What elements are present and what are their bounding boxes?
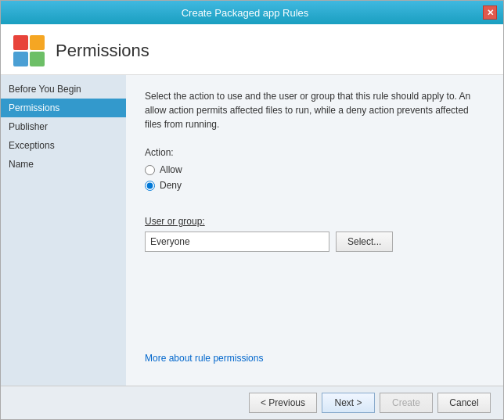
radio-deny-option[interactable]: Deny [145, 180, 484, 191]
window-title: Create Packaged app Rules [7, 7, 483, 19]
sidebar: Before You Begin Permissions Publisher E… [1, 75, 126, 386]
icon-cell-1 [13, 35, 28, 50]
user-group-input[interactable] [145, 232, 329, 252]
title-bar: Create Packaged app Rules ✕ [1, 1, 503, 24]
main-window: Create Packaged app Rules ✕ Permissions … [0, 0, 504, 420]
create-button[interactable]: Create [380, 393, 433, 413]
action-label: Action: [145, 147, 484, 158]
user-group-label: User or group: [145, 216, 484, 227]
icon-cell-3 [13, 52, 28, 66]
icon-cell-4 [30, 52, 45, 66]
permissions-link[interactable]: More about rule permissions [145, 353, 484, 364]
radio-deny-label[interactable]: Deny [160, 180, 182, 191]
radio-allow[interactable] [145, 165, 155, 175]
next-button[interactable]: Next > [322, 393, 375, 413]
page-title: Permissions [56, 41, 149, 61]
sidebar-item-before-you-begin[interactable]: Before You Begin [1, 80, 126, 99]
sidebar-item-exceptions[interactable]: Exceptions [1, 136, 126, 155]
select-button[interactable]: Select... [336, 232, 393, 252]
user-group-section: User or group: Select... [145, 216, 484, 252]
radio-allow-option[interactable]: Allow [145, 164, 484, 175]
icon-cell-2 [30, 35, 45, 50]
footer: < Previous Next > Create Cancel [1, 386, 503, 419]
content-area: Before You Begin Permissions Publisher E… [1, 75, 503, 386]
action-group: Action: Allow Deny [145, 147, 484, 196]
header-area: Permissions [1, 24, 503, 75]
user-group-row: Select... [145, 232, 484, 252]
sidebar-item-publisher[interactable]: Publisher [1, 117, 126, 136]
radio-deny[interactable] [145, 181, 155, 191]
description-text: Select the action to use and the user or… [145, 89, 484, 131]
previous-button[interactable]: < Previous [249, 393, 317, 413]
main-panel: Select the action to use and the user or… [126, 75, 503, 386]
app-icon [13, 35, 45, 66]
sidebar-item-name[interactable]: Name [1, 155, 126, 174]
sidebar-item-permissions[interactable]: Permissions [1, 99, 126, 117]
radio-allow-label[interactable]: Allow [160, 164, 182, 175]
cancel-button[interactable]: Cancel [437, 393, 491, 413]
close-button[interactable]: ✕ [483, 5, 497, 20]
